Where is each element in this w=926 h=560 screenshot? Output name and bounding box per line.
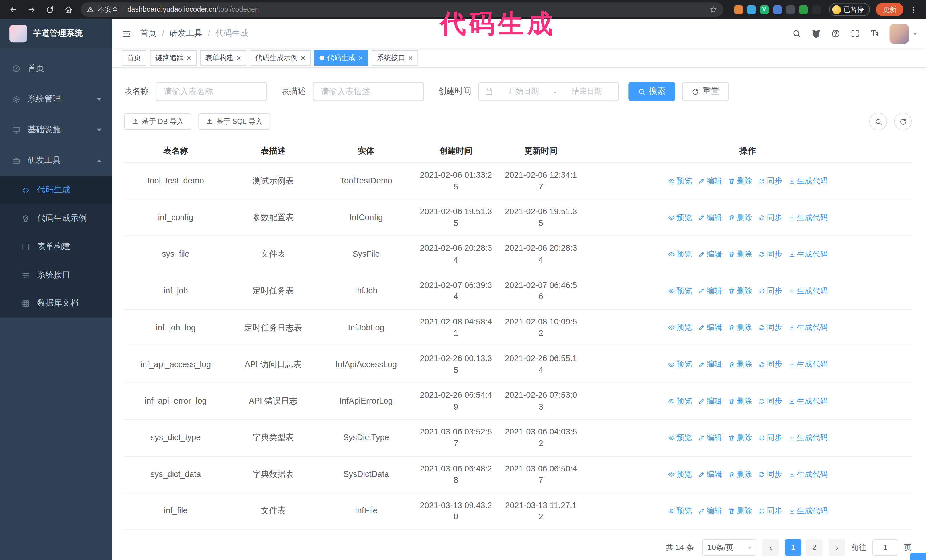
recording-paused-badge[interactable]: 已暂停: [829, 3, 870, 16]
edit-link[interactable]: 编辑: [698, 395, 722, 406]
delete-link[interactable]: 删除: [728, 469, 752, 480]
tab[interactable]: 链路追踪 ×: [150, 50, 196, 65]
tab[interactable]: 代码生成示例 ×: [250, 50, 310, 65]
generate-code-link[interactable]: 生成代码: [788, 506, 828, 517]
edit-link[interactable]: 编辑: [698, 249, 722, 260]
preview-link[interactable]: 预览: [667, 469, 692, 480]
toggle-search-button[interactable]: [869, 113, 887, 130]
generate-code-link[interactable]: 生成代码: [788, 359, 828, 370]
next-page-button[interactable]: ›: [829, 539, 845, 556]
preview-link[interactable]: 预览: [667, 212, 692, 223]
delete-link[interactable]: 删除: [728, 175, 752, 186]
preview-link[interactable]: 预览: [667, 249, 692, 260]
delete-link[interactable]: 删除: [728, 323, 752, 333]
import-sql-button[interactable]: 基于 SQL 导入: [198, 113, 270, 130]
browser-home-button[interactable]: [61, 2, 75, 17]
sidebar-submenu-item[interactable]: 表单构建: [0, 232, 112, 261]
preview-link[interactable]: 预览: [667, 286, 692, 296]
sync-link[interactable]: 同步: [758, 506, 782, 517]
user-avatar[interactable]: [889, 24, 909, 43]
generate-code-link[interactable]: 生成代码: [788, 249, 828, 260]
extension-proxy-icon[interactable]: [786, 5, 794, 14]
browser-menu-icon[interactable]: ⋮: [907, 5, 920, 14]
date-range-picker[interactable]: 开始日期 - 结束日期: [478, 82, 619, 101]
browser-reload-button[interactable]: [42, 2, 57, 17]
help-icon[interactable]: [831, 29, 840, 38]
sidebar-menu-item[interactable]: 首页: [0, 53, 112, 84]
sidebar-submenu-item[interactable]: 系统接口: [0, 261, 112, 289]
sidebar-menu-item[interactable]: 研发工具: [0, 145, 112, 176]
generate-code-link[interactable]: 生成代码: [788, 175, 828, 186]
preview-link[interactable]: 预览: [667, 175, 692, 186]
table-name-input[interactable]: [156, 82, 267, 101]
delete-link[interactable]: 删除: [728, 286, 752, 296]
preview-link[interactable]: 预览: [667, 395, 692, 406]
extension-monkey-icon[interactable]: [812, 5, 820, 14]
sidebar-menu-item[interactable]: 基础设施: [0, 115, 112, 145]
edit-link[interactable]: 编辑: [698, 212, 722, 223]
page-button-2[interactable]: 2: [806, 539, 823, 556]
table-desc-input[interactable]: [313, 82, 424, 101]
preview-link[interactable]: 预览: [667, 323, 692, 333]
prev-page-button[interactable]: ‹: [763, 539, 779, 556]
extension-users-icon[interactable]: [773, 5, 782, 14]
generate-code-link[interactable]: 生成代码: [788, 286, 828, 296]
edit-link[interactable]: 编辑: [698, 469, 722, 480]
delete-link[interactable]: 删除: [728, 359, 752, 370]
back-to-top-button[interactable]: [910, 553, 926, 560]
sync-link[interactable]: 同步: [758, 395, 782, 406]
delete-link[interactable]: 删除: [728, 395, 752, 406]
edit-link[interactable]: 编辑: [698, 175, 722, 186]
edit-link[interactable]: 编辑: [698, 323, 722, 333]
browser-forward-button[interactable]: [24, 2, 38, 17]
bookmark-star-icon[interactable]: [709, 5, 717, 14]
preview-link[interactable]: 预览: [667, 359, 692, 370]
page-button-1[interactable]: 1: [785, 539, 802, 556]
refresh-table-button[interactable]: [894, 113, 912, 130]
hamburger-icon[interactable]: [122, 29, 132, 38]
tab[interactable]: 首页: [122, 50, 147, 65]
reset-button[interactable]: 重置: [682, 82, 729, 101]
sidebar-submenu-item[interactable]: 代码生成示例: [0, 204, 112, 232]
breadcrumb-item[interactable]: 首页: [140, 28, 156, 39]
sidebar-submenu-item[interactable]: 数据库文档: [0, 289, 112, 317]
sync-link[interactable]: 同步: [758, 212, 782, 223]
import-db-button[interactable]: 基于 DB 导入: [124, 113, 191, 130]
tab[interactable]: 代码生成 ×: [314, 50, 368, 65]
generate-code-link[interactable]: 生成代码: [788, 432, 828, 443]
edit-link[interactable]: 编辑: [698, 432, 722, 443]
generate-code-link[interactable]: 生成代码: [788, 395, 828, 406]
delete-link[interactable]: 删除: [728, 249, 752, 260]
edit-link[interactable]: 编辑: [698, 359, 722, 370]
extension-drop-icon[interactable]: [747, 5, 756, 14]
edit-link[interactable]: 编辑: [698, 506, 722, 517]
browser-back-button[interactable]: [6, 2, 20, 17]
page-size-select[interactable]: 10条/页 ▾: [702, 539, 757, 556]
font-size-icon[interactable]: [870, 29, 879, 38]
generate-code-link[interactable]: 生成代码: [788, 323, 828, 333]
sidebar-submenu-item[interactable]: 代码生成: [0, 176, 112, 204]
sync-link[interactable]: 同步: [758, 175, 782, 186]
delete-link[interactable]: 删除: [728, 212, 752, 223]
address-bar[interactable]: 不安全 dashboard.yudao.iocoder.cn/tool/code…: [81, 2, 723, 17]
sync-link[interactable]: 同步: [758, 359, 782, 370]
tab-close-icon[interactable]: ×: [359, 54, 363, 62]
sync-link[interactable]: 同步: [758, 469, 782, 480]
avatar-caret-icon[interactable]: ▾: [914, 30, 916, 37]
sync-link[interactable]: 同步: [758, 432, 782, 443]
fullscreen-icon[interactable]: [850, 29, 860, 38]
edit-link[interactable]: 编辑: [698, 286, 722, 296]
delete-link[interactable]: 删除: [728, 432, 752, 443]
goto-page-input[interactable]: [872, 539, 898, 556]
tab-close-icon[interactable]: ×: [408, 54, 413, 62]
tab-close-icon[interactable]: ×: [187, 54, 191, 62]
tab-close-icon[interactable]: ×: [301, 54, 305, 62]
search-icon[interactable]: [792, 29, 801, 38]
preview-link[interactable]: 预览: [667, 432, 692, 443]
sync-link[interactable]: 同步: [758, 249, 782, 260]
preview-link[interactable]: 预览: [667, 506, 692, 517]
sync-link[interactable]: 同步: [758, 323, 782, 333]
tab-close-icon[interactable]: ×: [236, 54, 241, 62]
generate-code-link[interactable]: 生成代码: [788, 469, 828, 480]
extension-fox-icon[interactable]: [734, 5, 743, 14]
